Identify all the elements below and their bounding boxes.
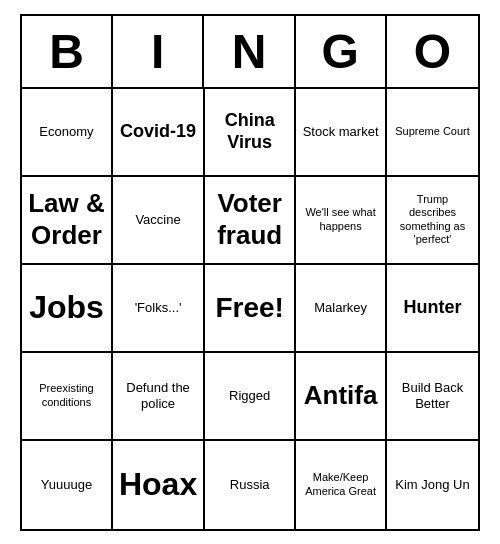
bingo-cell-16: Defund the police: [113, 353, 205, 441]
bingo-cell-10: Jobs: [22, 265, 113, 353]
bingo-letter-g: G: [296, 16, 387, 87]
bingo-cell-4: Supreme Court: [387, 89, 478, 177]
bingo-grid: EconomyCovid-19China VirusStock marketSu…: [22, 89, 478, 529]
bingo-card: BINGO EconomyCovid-19China VirusStock ma…: [20, 14, 480, 531]
bingo-cell-19: Build Back Better: [387, 353, 478, 441]
bingo-cell-23: Make/Keep America Great: [296, 441, 387, 529]
bingo-header: BINGO: [22, 16, 478, 89]
bingo-cell-3: Stock market: [296, 89, 387, 177]
bingo-cell-20: Yuuuuge: [22, 441, 113, 529]
bingo-cell-2: China Virus: [205, 89, 296, 177]
bingo-cell-18: Antifa: [296, 353, 387, 441]
bingo-cell-5: Law & Order: [22, 177, 113, 265]
bingo-cell-6: Vaccine: [113, 177, 205, 265]
bingo-cell-1: Covid-19: [113, 89, 205, 177]
bingo-cell-14: Hunter: [387, 265, 478, 353]
bingo-cell-0: Economy: [22, 89, 113, 177]
bingo-cell-13: Malarkey: [296, 265, 387, 353]
bingo-cell-8: We'll see what happens: [296, 177, 387, 265]
bingo-cell-7: Voter fraud: [205, 177, 296, 265]
bingo-cell-11: 'Folks...': [113, 265, 205, 353]
bingo-cell-9: Trump describes something as 'perfect': [387, 177, 478, 265]
bingo-cell-15: Preexisting conditions: [22, 353, 113, 441]
bingo-cell-12: Free!: [205, 265, 296, 353]
bingo-cell-22: Russia: [205, 441, 296, 529]
bingo-letter-o: O: [387, 16, 478, 87]
bingo-cell-24: Kim Jong Un: [387, 441, 478, 529]
bingo-cell-21: Hoax: [113, 441, 205, 529]
bingo-letter-n: N: [204, 16, 295, 87]
bingo-letter-i: I: [113, 16, 204, 87]
bingo-letter-b: B: [22, 16, 113, 87]
bingo-cell-17: Rigged: [205, 353, 296, 441]
